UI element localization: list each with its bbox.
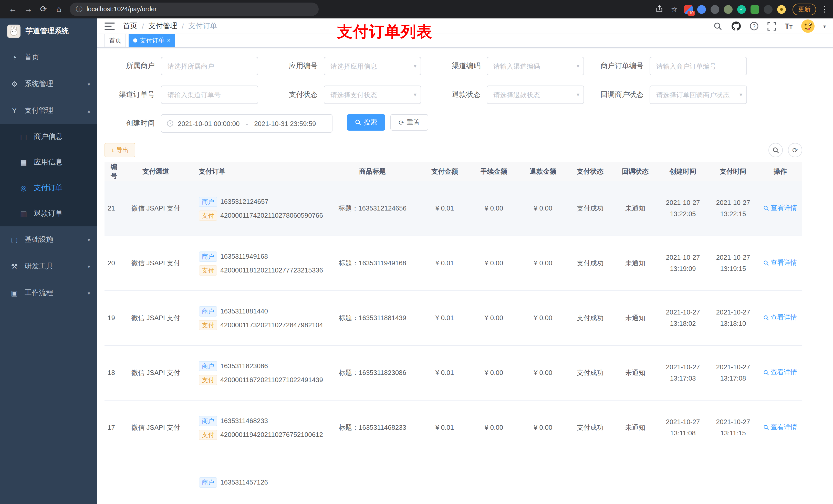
- browser-menu-icon[interactable]: ⋮: [821, 5, 828, 14]
- table-row-partial: 商户 1635311457126: [104, 455, 802, 504]
- col-created: 创建时间: [658, 162, 708, 181]
- sidebar-item-refund-order[interactable]: ▥ 退款订单: [0, 201, 97, 226]
- sidebar-item-app-info[interactable]: ▦ 应用信息: [0, 149, 97, 175]
- refund-amount: ¥ 0.00: [519, 181, 568, 236]
- browser-reload-icon[interactable]: ⟳: [36, 0, 51, 19]
- chevron-down-icon: ▾: [88, 81, 90, 87]
- view-detail-link[interactable]: 查看详情: [763, 312, 797, 323]
- table-row: 18 微信 JSAPI 支付 商户 1635311823086 支付 42000…: [104, 345, 802, 400]
- logo-image: [7, 25, 21, 38]
- tab-home[interactable]: 首页: [104, 34, 126, 47]
- notify-status-select[interactable]: [649, 86, 747, 104]
- bookmark-star-icon[interactable]: ☆: [669, 5, 679, 13]
- pay-amount: ¥ 0.01: [420, 291, 469, 345]
- col-id: 编号: [104, 162, 124, 181]
- refresh-table-button[interactable]: ⟳: [788, 143, 802, 157]
- fee-amount: ¥ 0.00: [469, 291, 519, 345]
- export-button-label: 导出: [116, 146, 128, 154]
- site-info-icon[interactable]: ⓘ: [76, 5, 82, 14]
- col-channel: 支付渠道: [124, 162, 188, 181]
- fullscreen-icon[interactable]: [767, 21, 777, 31]
- merchant-input[interactable]: [161, 57, 258, 75]
- browser-forward-icon[interactable]: →: [21, 0, 36, 19]
- refund-amount: ¥ 0.00: [519, 291, 568, 345]
- browser-update-button[interactable]: 更新: [792, 3, 816, 15]
- table-row: 21 微信 JSAPI 支付 商户 1635312124657 支付 42000…: [104, 181, 802, 236]
- breadcrumb: 首页 / 支付管理 / 支付订单: [123, 22, 217, 31]
- sidebar-item-system[interactable]: ⚙ 系统管理 ▾: [0, 71, 97, 97]
- sidebar-item-infrastructure[interactable]: ▢ 基础设施 ▾: [0, 226, 97, 253]
- avatar-dropdown-icon[interactable]: ▾: [823, 23, 826, 29]
- breadcrumb-home[interactable]: 首页: [123, 22, 137, 31]
- extension-icon-8[interactable]: ☻: [777, 5, 786, 14]
- merchant-order-no-input[interactable]: [649, 57, 747, 75]
- hamburger-icon[interactable]: [104, 22, 115, 30]
- share-icon[interactable]: [654, 5, 664, 14]
- breadcrumb-pay-management[interactable]: 支付管理: [148, 22, 177, 31]
- refund-status-select[interactable]: [487, 86, 584, 104]
- pay-status: 支付成功: [568, 291, 613, 345]
- pay-order-no: 4200001174202110278060590766: [220, 210, 323, 221]
- sidebar-item-payment[interactable]: ¥ 支付管理 ▴: [0, 97, 97, 124]
- pay-time: 2021-10-27 13:19:15: [708, 236, 758, 291]
- product-title: 标题：1635311823086: [325, 345, 420, 400]
- pay-status: 支付成功: [568, 181, 613, 236]
- view-detail-label: 查看详情: [770, 422, 797, 433]
- search-button[interactable]: 搜索: [347, 114, 385, 130]
- view-detail-link[interactable]: 查看详情: [763, 202, 797, 214]
- search-button-label: 搜索: [364, 118, 377, 127]
- view-detail-link[interactable]: 查看详情: [763, 422, 797, 433]
- merchant-tag: 商户: [199, 251, 217, 262]
- logo[interactable]: 芋道管理系统: [0, 19, 97, 44]
- extension-icon-3[interactable]: [711, 5, 719, 14]
- dashboard-icon: ◔: [10, 53, 19, 62]
- extension-icon-6[interactable]: [751, 5, 759, 14]
- channel-code-input[interactable]: [487, 57, 584, 75]
- merchant-tag: 商户: [199, 416, 217, 426]
- pay-status: 支付成功: [568, 236, 613, 291]
- sidebar-item-dev-tools[interactable]: ⚒ 研发工具 ▾: [0, 253, 97, 280]
- sidebar-item-home[interactable]: ◔ 首页: [0, 44, 97, 71]
- pay-time: 2021-10-27 13:22:15: [708, 181, 758, 236]
- search-icon[interactable]: [713, 21, 723, 31]
- address-bar[interactable]: ⓘ localhost:1024/pay/order: [70, 3, 319, 16]
- extension-icon-5[interactable]: ✓: [737, 5, 746, 14]
- tools-icon: ⚒: [10, 262, 19, 270]
- create-time: 2021-10-27 13:18:02: [658, 291, 708, 345]
- create-time-range-picker[interactable]: 2021-10-01 00:00:00 - 2021-10-31 23:59:5…: [161, 114, 332, 133]
- font-size-icon[interactable]: TT: [785, 22, 792, 31]
- avatar[interactable]: [800, 19, 815, 34]
- extension-icon-2[interactable]: [697, 5, 706, 14]
- sidebar-item-pay-order[interactable]: ◎ 支付订单: [0, 175, 97, 201]
- pay-tag: 支付: [199, 210, 217, 220]
- toggle-search-button[interactable]: [768, 143, 783, 157]
- reset-button[interactable]: ⟳ 重置: [390, 114, 428, 130]
- pay-order-no: 4200001181202110277723215336: [220, 265, 323, 276]
- extension-icon-4[interactable]: [724, 5, 733, 14]
- close-icon[interactable]: ×: [167, 38, 171, 44]
- app-no-select[interactable]: [324, 57, 421, 75]
- extension-icon-1[interactable]: 10: [684, 5, 693, 14]
- help-icon[interactable]: ?: [749, 21, 759, 31]
- view-detail-label: 查看详情: [770, 312, 797, 323]
- browser-home-icon[interactable]: ⌂: [51, 0, 67, 19]
- channel-order-no-input[interactable]: [161, 86, 258, 104]
- table-header-row: 编号 支付渠道 支付订单 商品标题 支付金额 手续金额 退款金额 支付状态 回调…: [104, 162, 802, 181]
- notify-status: 未通知: [613, 400, 658, 455]
- extension-icon-7[interactable]: [764, 5, 772, 14]
- pay-channel: 微信 JSAPI 支付: [124, 181, 188, 236]
- tab-pay-order[interactable]: 支付订单 ×: [128, 34, 175, 47]
- fee-amount: ¥ 0.00: [469, 345, 519, 400]
- product-title: 标题：1635311881439: [325, 291, 420, 345]
- github-icon[interactable]: [731, 21, 741, 31]
- sidebar-item-merchant-info[interactable]: ▤ 商户信息: [0, 124, 97, 149]
- browser-back-icon[interactable]: ←: [5, 0, 21, 19]
- chevron-up-icon: ▴: [88, 108, 90, 114]
- view-detail-link[interactable]: 查看详情: [763, 367, 797, 378]
- sidebar-item-workflow[interactable]: ▣ 工作流程 ▾: [0, 280, 97, 306]
- refund-amount: ¥ 0.00: [519, 345, 568, 400]
- create-time: 2021-10-27 13:22:05: [658, 181, 708, 236]
- pay-status-select[interactable]: [324, 86, 421, 104]
- view-detail-link[interactable]: 查看详情: [763, 257, 797, 269]
- export-button[interactable]: ↓ 导出: [104, 143, 135, 157]
